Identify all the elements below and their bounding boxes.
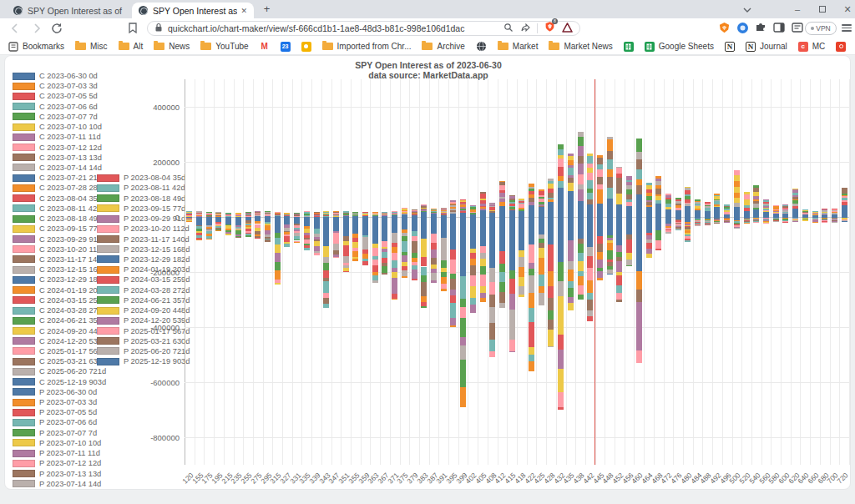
call-oi-bar-segment [284, 213, 290, 214]
call-oi-bar-segment [499, 181, 505, 182]
reload-button[interactable] [50, 22, 63, 35]
put-oi-bar-segment [460, 318, 466, 338]
call-oi-bar-segment [734, 207, 740, 217]
bookmark-item-bookmarks[interactable]: Bookmarks [8, 42, 64, 52]
call-oi-bar-segment [616, 188, 622, 194]
call-oi-bar-segment [323, 213, 329, 214]
call-oi-bar-segment [294, 215, 300, 216]
window-maximize-button[interactable] [815, 2, 830, 17]
chart-canvas[interactable]: SPY Open Interest as of 2023-06-30 data … [4, 55, 851, 490]
call-oi-bar-segment [539, 204, 544, 205]
put-oi-bar-segment [392, 260, 397, 268]
call-oi-bar-segment [568, 175, 574, 178]
put-oi-bar-segment [441, 242, 447, 251]
vpn-button[interactable]: VPN [805, 22, 837, 35]
bookmark-item-mc[interactable]: cMC [798, 42, 826, 52]
brave-shield-icon[interactable]: 8 [544, 21, 555, 36]
browser-toolbar: quickchart.io/chart-maker/view/sf-666cd1… [0, 18, 855, 38]
adguard-triangle-icon[interactable] [562, 21, 573, 36]
call-oi-bar-segment [616, 201, 622, 204]
call-oi-bar-segment [450, 200, 456, 202]
forward-button[interactable] [30, 22, 43, 35]
bookmark-item[interactable]: N [725, 42, 735, 52]
put-oi-bar-segment [412, 270, 417, 276]
reading-list-icon[interactable] [792, 22, 805, 35]
tab-active[interactable]: SPY Open Interest as of 2023-06- ✕ [132, 3, 254, 18]
bookmark-item[interactable]: 23 [281, 42, 291, 52]
bookmark-item-archive[interactable]: Archive [422, 42, 464, 51]
call-oi-bar-segment [636, 169, 642, 179]
bookmark-item-google-sheets[interactable]: Google Sheets [645, 42, 714, 52]
notion-icon: N [746, 42, 756, 52]
call-oi-bar-segment [782, 206, 788, 208]
bookmark-item-news[interactable]: News [154, 42, 190, 51]
window-chevron-down-icon[interactable] [740, 2, 755, 17]
bookmark-item-alt[interactable]: Alt [119, 42, 144, 51]
call-oi-bar-segment [587, 156, 593, 163]
call-oi-bar-segment [235, 214, 241, 214]
bookmark-item[interactable] [836, 42, 846, 52]
call-oi-bar-segment [782, 213, 788, 214]
put-oi-bar-segment [392, 283, 397, 294]
bookmark-item-market-news[interactable]: Market News [549, 42, 612, 51]
call-oi-bar-segment [773, 209, 779, 210]
back-button[interactable] [8, 22, 22, 35]
tab-close-icon[interactable]: ✕ [240, 7, 247, 15]
url-address-bar[interactable]: quickchart.io/chart-maker/view/sf-666cd1… [147, 21, 580, 36]
call-oi-bar-segment [548, 187, 554, 189]
call-oi-bar-segment [450, 212, 456, 214]
google-sheets-icon [645, 42, 655, 52]
call-oi-bar-segment [323, 214, 329, 215]
call-oi-bar-segment [519, 200, 524, 201]
tab-inactive[interactable]: SPY Open Interest as of 2023-06-29.d [7, 3, 130, 18]
bookmark-label: Imported from Chr... [337, 42, 412, 51]
call-oi-bar-segment [304, 213, 310, 214]
call-oi-bar-segment [587, 189, 593, 193]
call-oi-bar-segment [304, 211, 310, 212]
put-oi-bar-segment [382, 266, 387, 273]
new-tab-button[interactable]: + [261, 3, 273, 16]
call-oi-bar-segment [607, 177, 613, 188]
call-oi-bar-segment [441, 208, 447, 209]
call-oi-bar-segment [441, 209, 447, 209]
call-oi-bar-segment [275, 214, 281, 215]
horizontal-gridline [185, 382, 849, 383]
gmail-icon: M [260, 42, 270, 52]
bookmark-item[interactable] [476, 41, 487, 52]
bookmark-item-misc[interactable]: Misc [75, 42, 108, 51]
put-oi-bar-segment [402, 241, 407, 247]
bookmark-item[interactable] [624, 42, 634, 52]
put-oi-bar-segment [421, 287, 427, 296]
browser-menu-button[interactable] [842, 23, 852, 33]
call-oi-bar-segment [480, 192, 486, 193]
google-calendar-icon: 23 [281, 42, 291, 52]
bookmark-item[interactable] [301, 42, 311, 52]
bookmark-item-youtube[interactable]: YouTube [200, 42, 248, 51]
extensions-puzzle-icon[interactable] [755, 22, 768, 35]
share-icon[interactable] [520, 21, 530, 36]
call-oi-bar-segment [802, 212, 808, 213]
window-close-button[interactable]: ✕ [840, 2, 855, 17]
call-oi-bar-segment [284, 213, 290, 214]
bookmark-item[interactable]: M [260, 42, 270, 52]
window-minimize-button[interactable]: – [790, 2, 805, 17]
call-oi-bar-segment [450, 204, 456, 204]
blue-circle-extension-icon[interactable] [736, 22, 750, 35]
put-oi-bar-segment [480, 298, 486, 302]
call-oi-bar-segment [792, 199, 798, 201]
call-oi-bar-segment [460, 200, 466, 202]
bookmark-item-imported-from-chr-[interactable]: Imported from Chr... [322, 42, 412, 51]
call-oi-bar-segment [431, 210, 437, 211]
metamask-extension-icon[interactable] [718, 22, 731, 35]
put-oi-bar-segment [460, 217, 466, 276]
put-oi-bar-segment [489, 307, 495, 322]
bookmark-item-market[interactable]: Market [498, 42, 539, 51]
sidebar-toggle-icon[interactable] [773, 22, 787, 35]
bookmark-sidebar-icon[interactable] [127, 22, 140, 35]
put-oi-bar-segment [470, 286, 476, 298]
zoom-icon[interactable] [503, 21, 514, 36]
call-oi-bar-segment [304, 215, 310, 216]
call-oi-bar-segment [792, 197, 798, 199]
bookmark-item-journal[interactable]: NJournal [746, 42, 787, 52]
call-oi-bar-segment [792, 200, 798, 204]
